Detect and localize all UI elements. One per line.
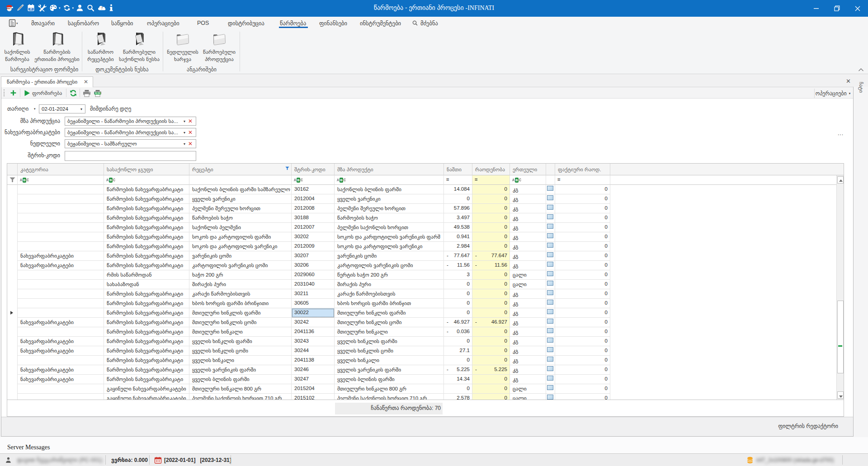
svg-text:XLSX: XLSX	[95, 92, 101, 94]
svg-text:ჩატი: ჩატი	[858, 82, 864, 93]
